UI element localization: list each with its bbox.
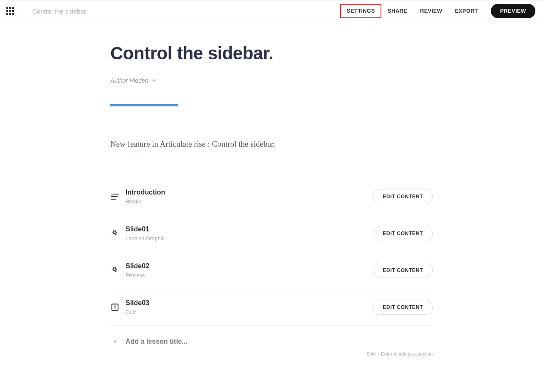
lesson-row[interactable]: IntroductionBlocksEDIT CONTENT <box>110 178 433 215</box>
lines-icon <box>110 192 120 201</box>
lesson-type: Labeled Graphic <box>126 236 373 242</box>
lesson-row[interactable]: Slide01Labeled GraphicEDIT CONTENT <box>110 215 433 252</box>
main-content: Control the sidebar. Author Hidden New f… <box>110 22 433 360</box>
lesson-title[interactable]: Slide02 <box>126 262 373 270</box>
quiz-icon: ? <box>110 303 120 312</box>
add-lesson-row[interactable]: Add a lesson title... <box>110 326 433 350</box>
lesson-title[interactable]: Introduction <box>126 189 373 196</box>
apps-grid-icon[interactable] <box>0 0 20 22</box>
nav-review[interactable]: REVIEW <box>414 4 448 18</box>
lesson-text: Slide03Quiz <box>126 299 373 315</box>
add-lesson-placeholder: Add a lesson title... <box>126 338 188 345</box>
lesson-type: Quiz <box>126 309 373 315</box>
author-row[interactable]: Author Hidden <box>110 77 433 84</box>
lesson-text: Slide02Process <box>126 262 373 278</box>
edit-content-button[interactable]: EDIT CONTENT <box>373 300 433 315</box>
svg-text:?: ? <box>114 305 117 310</box>
course-name-label: Control the sidebar. <box>32 8 87 15</box>
edit-content-button[interactable]: EDIT CONTENT <box>373 189 433 204</box>
add-divider <box>110 360 433 360</box>
lesson-type: Blocks <box>126 199 373 205</box>
nav-export[interactable]: EXPORT <box>448 4 484 18</box>
lesson-title[interactable]: Slide01 <box>126 225 373 233</box>
course-title[interactable]: Control the sidebar. <box>110 43 433 64</box>
author-label: Author Hidden <box>110 77 148 84</box>
nav-share[interactable]: SHARE <box>381 4 414 18</box>
lesson-row[interactable]: ?Slide03QuizEDIT CONTENT <box>110 289 433 326</box>
nav-settings[interactable]: SETTINGS <box>340 4 381 18</box>
top-nav: SETTINGS SHARE REVIEW EXPORT PREVIEW <box>340 4 535 18</box>
edit-content-button[interactable]: EDIT CONTENT <box>373 226 433 241</box>
course-description[interactable]: New feature in Articulate rise : Control… <box>110 139 433 149</box>
lesson-text: Slide01Labeled Graphic <box>126 225 373 242</box>
preview-button[interactable]: PREVIEW <box>491 4 535 18</box>
lesson-type: Process <box>126 272 373 278</box>
interactive-icon <box>110 266 120 275</box>
add-lesson-hint: Shift + Enter to add as a section <box>110 350 433 360</box>
interactive-icon <box>110 229 120 238</box>
lesson-text: IntroductionBlocks <box>126 189 373 205</box>
lesson-title[interactable]: Slide03 <box>126 299 373 307</box>
bullet-icon <box>114 340 116 343</box>
edit-content-button[interactable]: EDIT CONTENT <box>373 263 433 278</box>
lessons-list: IntroductionBlocksEDIT CONTENTSlide01Lab… <box>110 178 433 326</box>
top-bar: Control the sidebar. SETTINGS SHARE REVI… <box>0 0 543 22</box>
chevron-down-icon <box>152 79 156 82</box>
accent-divider <box>110 104 178 106</box>
lesson-row[interactable]: Slide02ProcessEDIT CONTENT <box>110 252 433 289</box>
